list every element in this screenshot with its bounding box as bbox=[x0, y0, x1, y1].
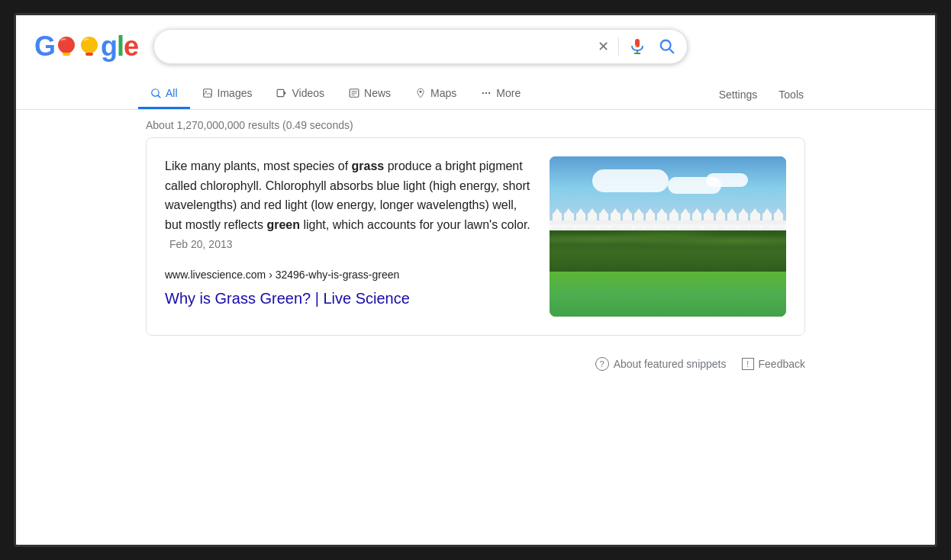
tab-all[interactable]: All bbox=[138, 79, 190, 109]
svg-point-20 bbox=[420, 91, 422, 93]
result-link[interactable]: Why is Grass Green? | Live Science bbox=[165, 286, 531, 311]
header: G g l e bbox=[16, 15, 935, 64]
logo-letter-l: l bbox=[117, 31, 124, 63]
search-bar-wrapper: why is grass green ✕ bbox=[153, 29, 688, 64]
mic-button[interactable] bbox=[625, 34, 650, 59]
divider bbox=[618, 37, 619, 56]
svg-point-0 bbox=[58, 37, 75, 53]
search-icons: ✕ bbox=[595, 34, 679, 59]
tab-more-label: More bbox=[496, 87, 521, 99]
search-icon bbox=[659, 38, 675, 55]
svg-point-23 bbox=[488, 92, 490, 94]
feedback-icon: ! bbox=[742, 358, 754, 370]
settings-button[interactable]: Settings bbox=[710, 81, 767, 108]
svg-rect-12 bbox=[203, 89, 211, 98]
svg-marker-15 bbox=[284, 91, 286, 95]
svg-rect-1 bbox=[63, 53, 70, 56]
feedback-label: Feedback bbox=[759, 358, 805, 370]
logo-bulbs bbox=[55, 34, 101, 59]
logo-letter-g2: g bbox=[101, 31, 117, 63]
lawn bbox=[550, 272, 786, 317]
videos-icon bbox=[276, 88, 287, 98]
snippet-text: Like many plants, most species of grass … bbox=[165, 156, 531, 317]
browser-window: G g l e bbox=[14, 13, 937, 547]
svg-line-9 bbox=[669, 49, 674, 53]
maps-icon bbox=[415, 88, 426, 98]
about-snippets-link[interactable]: ? About featured snippets bbox=[595, 357, 727, 371]
svg-rect-7 bbox=[635, 45, 637, 47]
news-icon bbox=[349, 88, 359, 98]
tab-all-label: All bbox=[166, 87, 178, 99]
nav-right: Settings Tools bbox=[710, 81, 813, 108]
snippet-paragraph: Like many plants, most species of grass … bbox=[165, 156, 531, 254]
svg-rect-3 bbox=[85, 53, 93, 56]
tab-news[interactable]: News bbox=[337, 79, 403, 109]
tab-images-label: Images bbox=[218, 87, 253, 99]
featured-snippet: Like many plants, most species of grass … bbox=[146, 137, 805, 336]
logo-bulb-1 bbox=[55, 34, 78, 59]
snippet-image bbox=[550, 156, 786, 317]
tab-videos[interactable]: Videos bbox=[264, 79, 337, 109]
nav-tabs: All Images Videos bbox=[16, 72, 935, 110]
about-snippets-icon: ? bbox=[595, 357, 609, 371]
google-logo: G g l e bbox=[34, 31, 138, 63]
grass-scene bbox=[550, 156, 786, 317]
cloud-1 bbox=[592, 169, 669, 192]
mic-icon bbox=[628, 37, 646, 56]
hedge bbox=[550, 230, 786, 275]
tab-maps[interactable]: Maps bbox=[403, 79, 469, 109]
svg-point-2 bbox=[81, 37, 98, 53]
tab-news-label: News bbox=[364, 87, 391, 99]
tab-images[interactable]: Images bbox=[190, 79, 265, 109]
logo-letter-e: e bbox=[124, 31, 138, 63]
svg-point-13 bbox=[205, 91, 207, 92]
result-url-text: www.livescience.com › 32496-why-is-grass… bbox=[165, 266, 399, 283]
all-icon bbox=[150, 88, 161, 98]
result-url: www.livescience.com › 32496-why-is-grass… bbox=[165, 266, 531, 283]
fence-rail-top bbox=[550, 220, 786, 224]
snippet-date: Feb 20, 2013 bbox=[169, 238, 233, 250]
logo-letter-g: G bbox=[34, 31, 55, 63]
svg-point-22 bbox=[485, 92, 487, 94]
clouds bbox=[573, 169, 762, 201]
tab-more[interactable]: More bbox=[469, 79, 533, 109]
about-snippets-label: About featured snippets bbox=[614, 358, 727, 370]
tab-maps-label: Maps bbox=[430, 87, 456, 99]
more-icon bbox=[481, 88, 492, 98]
tab-videos-label: Videos bbox=[292, 87, 324, 99]
search-button[interactable] bbox=[656, 35, 679, 58]
main-content: Like many plants, most species of grass … bbox=[16, 137, 935, 336]
svg-line-11 bbox=[158, 95, 160, 98]
svg-rect-14 bbox=[278, 89, 285, 96]
clear-button[interactable]: ✕ bbox=[595, 35, 612, 58]
tools-button[interactable]: Tools bbox=[769, 81, 813, 108]
logo-bulb-2 bbox=[78, 34, 101, 59]
images-icon bbox=[202, 88, 213, 98]
cloud-3 bbox=[706, 173, 748, 187]
results-count: About 1,270,000,000 results (0.49 second… bbox=[16, 110, 935, 137]
footer-bar: ? About featured snippets ! Feedback bbox=[16, 348, 935, 380]
svg-point-21 bbox=[482, 92, 484, 94]
feedback-link[interactable]: ! Feedback bbox=[742, 358, 805, 370]
clear-icon: ✕ bbox=[598, 38, 609, 55]
